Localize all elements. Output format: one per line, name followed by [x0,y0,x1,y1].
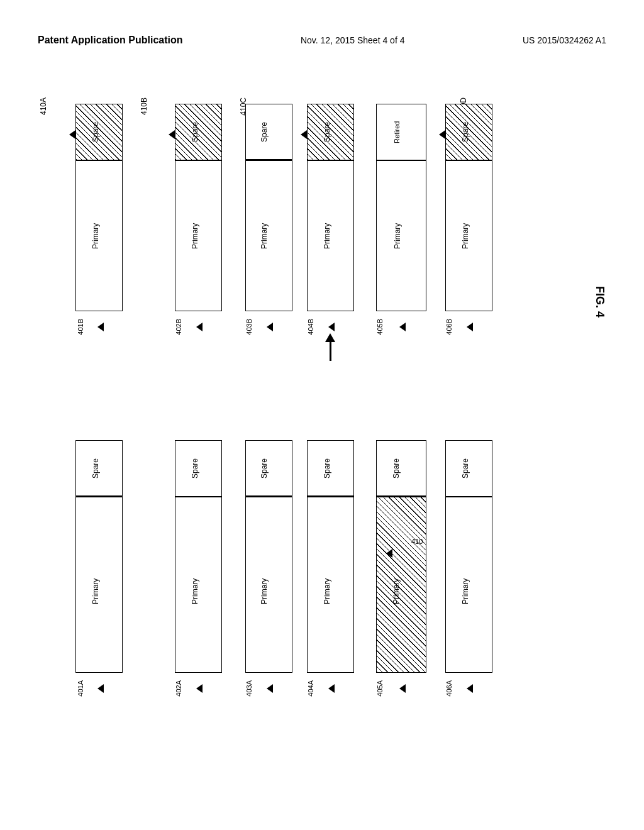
b-col5-spare-box [376,440,426,497]
label-410: 410 [411,538,423,545]
label-401B: 401B [77,319,84,335]
header-left: Patent Application Publication [38,35,183,46]
col5-spare-label: Retired [393,119,401,145]
b-col1-primary-label: Primary [91,566,100,616]
b-col4-primary-label: Primary [323,566,331,616]
b-col6-primary-label: Primary [461,566,470,616]
arrow-410B [169,130,175,139]
col1-spare-label: Spare [91,107,100,157]
col6-spare-label: Spare [461,107,470,157]
col3-top-box [245,104,292,160]
b-col5-primary-hatched [376,497,426,673]
b-col5-primary-label: Primary [392,566,401,616]
header: Patent Application Publication Nov. 12, … [38,35,606,46]
col2-spare-label: Spare [191,107,199,157]
b-col2-spare-label: Spare [191,443,199,494]
label-406A: 406A [445,680,453,697]
top-diagram-inner: 410A Spare Primary 401B 410B Spare Prima… [38,97,606,362]
b-col3-primary-box [245,497,292,673]
col3-primary-label: Primary [260,211,269,261]
arrow-403A [267,684,273,693]
arrow-406A [467,684,473,693]
arrow-401B [97,323,104,331]
label-401A: 401A [77,680,84,697]
b-col5-spare-label: Spare [392,443,401,494]
arrow-410A [69,130,75,139]
col2-primary-label: Primary [191,211,199,261]
arrow-403B [267,323,273,331]
col1-primary-label: Primary [91,211,100,261]
arrow-410-bottom [386,549,392,558]
top-diagram: 410A Spare Primary 401B 410B Spare Prima… [38,97,606,362]
arrow-404B [328,323,335,331]
col4-primary-label: Primary [323,211,331,261]
label-402B: 402B [175,319,182,335]
arrow-405B [399,323,406,331]
b-col6-spare-label: Spare [461,443,470,494]
arrow-up-shaft [330,342,331,361]
patent-page: Patent Application Publication Nov. 12, … [0,0,644,830]
col3-spare-label: Spare [260,107,269,157]
arrow-405A [399,684,406,693]
label-403B: 403B [245,319,253,335]
header-right: US 2015/0324262 A1 [523,35,606,45]
label-410A: 410A [39,97,48,115]
b-col3-primary-label: Primary [260,566,269,616]
arrow-up-head [325,333,335,342]
header-center: Nov. 12, 2015 Sheet 4 of 4 [301,35,405,45]
up-arrow [325,333,335,361]
col4-spare-label: Spare [323,107,331,157]
arrow-401A [97,684,104,693]
arrow-402A [196,684,203,693]
arrow-402B [196,323,203,331]
label-405A: 405A [376,680,384,697]
b-col3-spare-box [245,440,292,497]
arrow-404A [328,684,335,693]
label-404A: 404A [307,680,314,697]
label-406B: 406B [445,319,453,335]
col5-top-box [376,104,426,160]
label-405B: 405B [376,319,384,335]
label-410B: 410B [140,97,148,115]
b-col2-primary-label: Primary [191,566,199,616]
col5-primary-label: Primary [393,211,402,261]
b-col4-spare-label: Spare [323,443,331,494]
label-404B: 404B [307,319,314,335]
bottom-diagram-inner: Spare Primary 401A Spare Primary 402A Sp… [38,440,606,767]
col6-primary-label: Primary [461,211,470,261]
arrow-410-404 [301,130,307,139]
fig-label: FIG. 4 [593,286,606,318]
label-402A: 402A [175,680,182,697]
arrow-406B [467,323,473,331]
col3-primary-box [245,160,292,311]
bottom-diagram: Spare Primary 401A Spare Primary 402A Sp… [38,440,606,767]
arrow-410D [439,130,445,139]
label-403A: 403A [245,680,253,697]
b-col3-spare-label: Spare [260,443,269,494]
b-col1-spare-label: Spare [91,443,100,494]
